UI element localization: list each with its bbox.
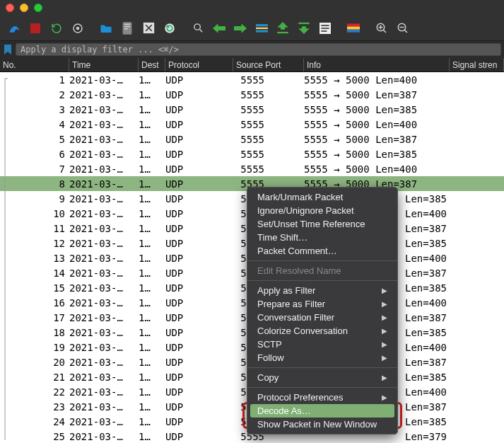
menu-prepare-as-filter[interactable]: Prepare as Filter▶ <box>247 297 397 311</box>
close-window-button[interactable] <box>6 4 14 12</box>
capture-options-button[interactable] <box>68 18 88 38</box>
cell-source-port: 5555 <box>233 104 304 115</box>
cell-dest: 1… <box>139 342 165 353</box>
stop-capture-button[interactable] <box>25 18 45 38</box>
svg-point-8 <box>165 23 175 33</box>
menu-apply-as-filter[interactable]: Apply as Filter▶ <box>247 284 397 297</box>
cell-no: 18 <box>0 327 69 338</box>
cell-source-port: 5555 <box>233 89 304 100</box>
cell-time: 2021-03-… <box>69 253 139 264</box>
cell-no: 5 <box>0 134 69 145</box>
cell-no: 21 <box>0 372 69 383</box>
menu-copy[interactable]: Copy▶ <box>247 371 397 384</box>
reload-file-button[interactable] <box>160 18 180 38</box>
column-header-time[interactable]: Time <box>69 58 139 71</box>
cell-no: 6 <box>0 149 69 160</box>
cell-source-port: 5555 <box>233 163 304 175</box>
packet-list-headers[interactable]: No. Time Dest Protocol Source Port Info … <box>0 58 504 72</box>
auto-scroll-button[interactable] <box>315 18 335 38</box>
cell-no: 11 <box>0 223 69 234</box>
cell-dest: 1… <box>139 104 165 115</box>
cell-protocol: UDP <box>165 342 233 353</box>
cell-source-port: 5555 <box>233 119 304 130</box>
bookmark-icon[interactable] <box>3 45 13 54</box>
menu-time-shift[interactable]: Time Shift… <box>247 231 397 244</box>
table-row[interactable]: 72021-03-…1…UDP55555555 → 5000 Len=400 <box>0 161 504 176</box>
cell-dest: 1… <box>139 357 165 368</box>
column-header-source-port[interactable]: Source Port <box>233 58 304 71</box>
cell-dest: 1… <box>139 223 165 234</box>
save-file-button[interactable] <box>117 18 137 38</box>
table-row[interactable]: 22021-03-…1…UDP55555555 → 5000 Len=387 <box>0 87 504 102</box>
packet-context-menu: Mark/Unmark Packet Ignore/Unignore Packe… <box>247 187 398 435</box>
shark-fin-icon[interactable] <box>4 18 24 38</box>
go-forward-button[interactable] <box>230 18 250 38</box>
cell-time: 2021-03-… <box>69 193 139 205</box>
zoom-out-button[interactable] <box>393 18 413 38</box>
column-header-no[interactable]: No. <box>0 58 69 71</box>
display-filter-input[interactable] <box>16 43 501 56</box>
go-to-packet-button[interactable] <box>252 18 271 38</box>
submenu-arrow-icon: ▶ <box>382 287 387 294</box>
cell-dest: 1… <box>139 431 165 442</box>
cell-protocol: UDP <box>165 134 233 145</box>
colorize-button[interactable] <box>344 18 363 38</box>
go-to-last-button[interactable] <box>294 18 314 38</box>
cell-no: 23 <box>0 401 69 413</box>
column-header-signal-strength[interactable]: Signal stren <box>450 58 504 71</box>
table-row[interactable]: 42021-03-…1…UDP55555555 → 5000 Len=400 <box>0 117 504 132</box>
menu-packet-comment[interactable]: Packet Comment… <box>247 244 397 258</box>
cell-protocol: UDP <box>165 223 233 234</box>
column-header-info[interactable]: Info <box>304 58 450 71</box>
table-row[interactable]: 62021-03-…1…UDP55555555 → 5000 Len=385 <box>0 146 504 161</box>
cell-time: 2021-03-… <box>69 357 139 368</box>
table-row[interactable]: 32021-03-…1…UDP55555555 → 5000 Len=385 <box>0 102 504 117</box>
cell-time: 2021-03-… <box>69 163 139 175</box>
go-to-first-button[interactable] <box>273 18 293 38</box>
menu-set-unset-time-ref[interactable]: Set/Unset Time Reference <box>247 217 397 231</box>
menu-edit-resolved-name: Edit Resolved Name <box>247 264 397 277</box>
zoom-in-button[interactable] <box>372 18 392 38</box>
cell-time: 2021-03-… <box>69 178 139 190</box>
cell-time: 2021-03-… <box>69 401 139 413</box>
menu-follow[interactable]: Follow▶ <box>247 351 397 364</box>
cell-no: 10 <box>0 208 69 219</box>
restart-capture-button[interactable] <box>47 18 66 38</box>
table-row[interactable]: 52021-03-…1…UDP55555555 → 5000 Len=387 <box>0 132 504 146</box>
menu-show-packet-new-window[interactable]: Show Packet in New Window <box>247 418 397 431</box>
menu-ignore-unignore[interactable]: Ignore/Unignore Packet <box>247 204 397 217</box>
maximize-window-button[interactable] <box>34 4 42 12</box>
column-header-dest[interactable]: Dest <box>139 58 165 71</box>
cell-dest: 1… <box>139 119 165 130</box>
menu-colorize-conversation[interactable]: Colorize Conversation▶ <box>247 324 397 338</box>
display-filter-bar <box>0 41 504 58</box>
menu-sctp[interactable]: SCTP▶ <box>247 338 397 351</box>
menu-conversation-filter[interactable]: Conversation Filter▶ <box>247 311 397 324</box>
menu-mark-unmark[interactable]: Mark/Unmark Packet <box>247 190 397 204</box>
cell-protocol: UDP <box>165 282 233 294</box>
cell-protocol: UDP <box>165 431 233 442</box>
svg-rect-20 <box>347 26 360 29</box>
cell-time: 2021-03-… <box>69 386 139 398</box>
cell-no: 22 <box>0 386 69 398</box>
cell-no: 4 <box>0 119 69 130</box>
minimize-window-button[interactable] <box>20 4 28 12</box>
menu-separator <box>247 367 397 368</box>
menu-protocol-preferences[interactable]: Protocol Preferences▶ <box>247 391 397 404</box>
close-file-button[interactable] <box>139 18 158 38</box>
svg-rect-12 <box>256 30 268 33</box>
cell-no: 16 <box>0 297 69 309</box>
cell-time: 2021-03-… <box>69 104 139 115</box>
go-back-button[interactable] <box>209 18 229 38</box>
table-row[interactable]: 12021-03-…1…UDP55555555 → 5000 Len=400 <box>0 72 504 87</box>
cell-protocol: UDP <box>165 89 233 100</box>
cell-info: 5555 → 5000 Len=387 <box>304 134 450 145</box>
find-packet-button[interactable] <box>188 18 208 38</box>
cell-time: 2021-03-… <box>69 208 139 219</box>
menu-decode-as[interactable]: Decode As… <box>250 404 394 418</box>
open-file-button[interactable] <box>96 18 116 38</box>
column-header-protocol[interactable]: Protocol <box>165 58 233 71</box>
submenu-arrow-icon: ▶ <box>382 354 387 362</box>
cell-time: 2021-03-… <box>69 372 139 383</box>
svg-rect-6 <box>124 28 128 30</box>
